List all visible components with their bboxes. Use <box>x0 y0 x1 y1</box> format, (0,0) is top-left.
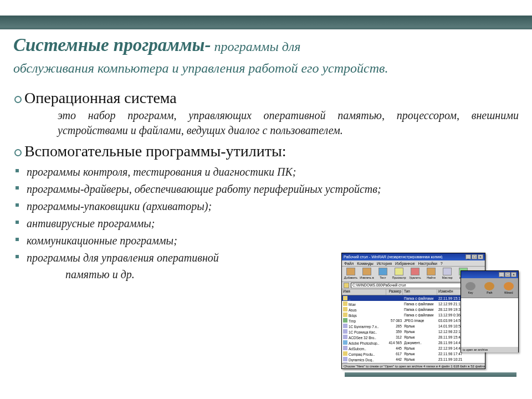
min-button[interactable]: _ <box>499 272 504 277</box>
toolbar-button[interactable]: Извлечь в <box>360 268 374 280</box>
sub-item: программы-драйверы, обеспечивающие работ… <box>24 181 519 197</box>
menu-item[interactable]: ? <box>441 262 443 265</box>
cell: Quake 1.06v.. <box>342 362 386 364</box>
accent-band <box>0 16 532 28</box>
toolbar-label: Просмотр <box>392 276 406 279</box>
title-suffix: программы для <box>211 39 300 54</box>
file-icon <box>343 307 347 311</box>
cell: 414 565 <box>386 341 403 345</box>
big-icon-glyph <box>484 282 494 290</box>
menu-item[interactable]: Настройки <box>418 262 437 265</box>
menu-item[interactable]: Избранное <box>395 262 415 265</box>
cell: Папка с файлами <box>403 308 437 311</box>
slide-title: Системные программы- программы для <box>13 33 519 57</box>
window-body <box>461 298 518 347</box>
cell: .. <box>342 296 386 301</box>
big-icon-glyph <box>504 282 514 290</box>
cell: 22.11.99 15:43 <box>437 363 485 364</box>
window-title: Рабочий стол - WinRAR (незарегистрирован… <box>344 255 442 259</box>
toolbar-button[interactable]: Удалить <box>408 268 422 280</box>
toolbar-icon <box>378 268 387 275</box>
col-size[interactable]: Размер <box>386 289 403 295</box>
table-row[interactable]: Dynamics Dog..442Ярлык23.11.99 10:21 <box>342 356 485 362</box>
toolbar-icon <box>395 268 403 275</box>
shadow-bar <box>345 372 516 377</box>
file-icon <box>343 318 347 323</box>
max-button[interactable]: □ <box>505 272 510 277</box>
slide-content: Системные программы- программы для обслу… <box>13 33 519 393</box>
screenshot-group: Рабочий стол - WinRAR (незарегистрирован… <box>341 253 519 380</box>
toolbar-button[interactable]: Просмотр <box>392 268 406 280</box>
file-icon <box>343 324 347 328</box>
cell: Документ.. <box>403 341 437 345</box>
cell: Bdgs <box>342 313 386 318</box>
util-title: Вспомогательные программы-утилиты: <box>24 142 519 160</box>
cell: 445 <box>386 346 403 350</box>
file-icon <box>343 313 347 317</box>
titlebar[interactable]: Рабочий стол - WinRAR (незарегистрирован… <box>342 253 485 260</box>
folder-up-icon[interactable] <box>344 283 349 288</box>
title-main: Системные программы- <box>13 35 211 55</box>
cell: Ярлык <box>403 363 437 364</box>
toolbar-button[interactable]: Тест <box>376 268 390 280</box>
cell: 1C Розница Кас.. <box>342 329 386 334</box>
big-icon-row: KeyPathWizard <box>461 278 518 298</box>
window-controls: _ □ × <box>466 254 483 259</box>
cell: 57 083 <box>386 319 403 323</box>
big-icon[interactable]: Path <box>483 282 495 294</box>
big-icon-label: Wizard <box>504 291 513 294</box>
col-type[interactable]: Тип <box>403 289 437 295</box>
toolbar-icon <box>427 268 436 275</box>
max-button[interactable]: □ <box>472 254 477 259</box>
cell: Asus <box>342 307 386 312</box>
min-button[interactable]: _ <box>466 254 471 259</box>
secondary-window: _ □ × KeyPathWizard to open an archive <box>461 270 519 352</box>
sub-item: программы-упаковщики (архиваторы); <box>24 198 519 214</box>
cell: Ярлык <box>403 352 437 356</box>
cell: AdSubcm.. <box>342 346 386 351</box>
close-button[interactable]: × <box>478 254 483 259</box>
cell: Tmp <box>342 318 386 323</box>
toolbar-button[interactable]: Мастер <box>440 268 454 280</box>
window-controls: _ □ × <box>499 272 516 277</box>
menu-item[interactable]: Файл <box>344 262 354 265</box>
big-icon[interactable]: Key <box>464 282 477 294</box>
titlebar[interactable]: _ □ × <box>461 271 518 278</box>
status-bar: to open an archive <box>461 347 518 352</box>
cell: 23.11.99 10:21 <box>437 357 485 361</box>
toolbar-label: Мастер <box>442 276 452 279</box>
file-icon <box>343 296 347 300</box>
bullet-os: Операционная система это набор программ,… <box>24 89 519 138</box>
menu-bar: Файл Команды История Избранное Настройки… <box>342 260 485 267</box>
cell: JPEG image <box>403 319 437 323</box>
os-description: это набор программ, управляющих оператив… <box>24 108 519 138</box>
os-title: Операционная система <box>24 89 519 107</box>
col-name[interactable]: Имя <box>342 289 386 295</box>
big-icon-glyph <box>466 282 475 290</box>
cell: Ярлык <box>403 324 437 328</box>
file-icon <box>343 329 347 334</box>
big-icon[interactable]: Wizard <box>503 282 515 294</box>
cell: ACDSee 32 Bro.. <box>342 335 386 340</box>
table-row[interactable]: Quake 1.06v..493Ярлык22.11.99 15:43 <box>342 362 485 363</box>
menu-item[interactable]: Команды <box>357 262 374 265</box>
toolbar-button[interactable]: Найти <box>424 268 438 280</box>
cell: Папка с файлами <box>403 296 437 300</box>
cell: Ярлык <box>403 330 437 334</box>
file-icon <box>343 301 347 306</box>
toolbar-icon <box>362 268 371 275</box>
bullet-list: Операционная система это набор программ,… <box>13 89 519 160</box>
toolbar-label: Удалить <box>410 276 421 279</box>
menu-item[interactable]: История <box>377 262 392 265</box>
cell: Adobe Photoshop.. <box>342 340 386 345</box>
bullet-utilities: Вспомогательные программы-утилиты: <box>24 142 519 160</box>
big-icon-label: Key <box>468 291 473 294</box>
sub-item: антивирусные программы; <box>24 215 519 232</box>
cell: 312 <box>386 335 403 339</box>
cell: Ярлык <box>403 335 437 339</box>
close-button[interactable]: × <box>511 272 516 277</box>
file-icon <box>343 362 347 364</box>
cell: 265 <box>386 324 403 328</box>
toolbar-button[interactable]: Добавить <box>344 268 358 280</box>
cell: 1C Бухгалтер 7.x.. <box>342 324 386 329</box>
